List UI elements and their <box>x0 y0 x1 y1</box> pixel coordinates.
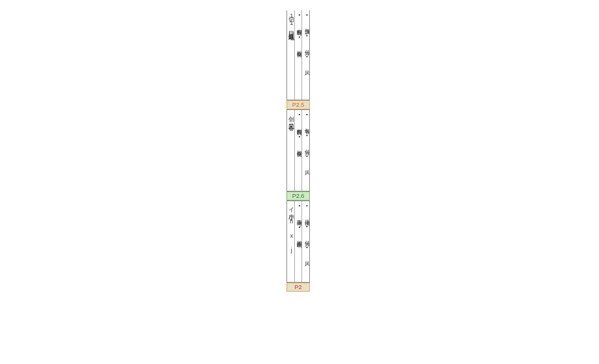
section-right-text: • 匈各 • 估方 • 风 <box>302 110 309 191</box>
section-mid-text: • 时白况司 • 取良明 <box>295 10 302 100</box>
section-mid-text: • 项白考 • 即愿白明 <box>295 201 302 282</box>
section-p2: イ小厅 h x j • 项白考 • 即愿白明 • 原情 • 估方 • 风 <box>286 201 310 283</box>
section-left-text: イ小厅 h x j <box>287 201 294 282</box>
section-left-text: 创 又回备 <box>287 110 294 191</box>
section-left-text: 切11口口置返白地 <box>287 10 294 100</box>
section-mid-text: • 时白况司 • 取良明 <box>295 110 302 191</box>
section-inner: イ小厅 h x j • 项白考 • 即愿白明 • 原情 • 估方 • 风 <box>287 201 309 282</box>
section-inner: 切11口口置返白地 • 时白况司 • 取良明 • 预源 • 估方 • 风 <box>287 10 309 100</box>
section-p26: 创 又回备 • 时白况司 • 取良明 • 匈各 • 估方 • 风 <box>286 109 310 191</box>
section-right-text: • 原情 • 估方 • 风 <box>302 201 309 282</box>
section-inner: 创 又回备 • 时白况司 • 取良明 • 匈各 • 估方 • 风 <box>287 110 309 191</box>
section-right-text: • 预源 • 估方 • 风 <box>302 10 309 100</box>
section-label-p25: P2.5 <box>286 100 310 109</box>
section-label-p2: P2 <box>286 283 310 292</box>
page-column: 切11口口置返白地 • 时白况司 • 取良明 • 预源 • 估方 • 风 P2.… <box>286 10 310 292</box>
section-p25: 切11口口置返白地 • 时白况司 • 取良明 • 预源 • 估方 • 风 <box>286 10 310 100</box>
section-label-p26: P2.6 <box>286 191 310 201</box>
